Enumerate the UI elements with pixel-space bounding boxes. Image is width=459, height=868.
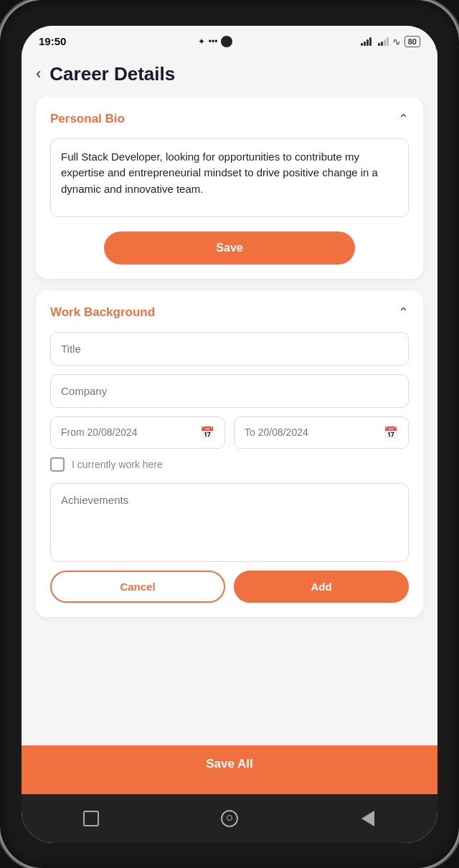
company-input[interactable]: [50, 374, 409, 408]
phone-screen: 19:50 ✦ ••• ∿: [22, 26, 437, 843]
page-header: ‹ Career Details: [22, 57, 437, 97]
work-background-title: Work Background: [50, 305, 155, 320]
nav-back-button[interactable]: [355, 806, 381, 831]
achievements-textarea[interactable]: [50, 483, 409, 562]
home-icon-inner: [227, 815, 232, 821]
currently-work-checkbox[interactable]: [50, 457, 65, 472]
home-icon: [221, 810, 238, 827]
back-button[interactable]: ‹: [36, 66, 41, 82]
work-action-buttons: Cancel Add: [50, 571, 409, 603]
work-background-card: Work Background ⌃ From 20/08/2024 📅 To 2…: [36, 290, 423, 617]
camera-notch: [221, 36, 232, 47]
signal-icon: [361, 37, 372, 46]
bio-textarea[interactable]: Full Stack Developer, looking for opport…: [50, 138, 409, 217]
currently-work-row: I currently work here: [50, 457, 409, 472]
wifi-icon: ∿: [392, 36, 401, 47]
status-center-icons: ✦ •••: [194, 36, 233, 47]
chevron-up-icon-2[interactable]: ⌃: [398, 305, 409, 320]
battery-icon: 80: [404, 36, 420, 47]
compass-icon: ✦: [198, 37, 205, 47]
main-content: Personal Bio ⌃ Full Stack Developer, loo…: [22, 97, 437, 745]
title-input[interactable]: [50, 332, 409, 366]
nav-bar: [22, 794, 437, 843]
personal-bio-header: Personal Bio ⌃: [50, 111, 409, 127]
currently-work-label: I currently work here: [72, 459, 163, 470]
personal-bio-title: Personal Bio: [50, 112, 125, 126]
save-all-button[interactable]: Save All: [36, 745, 423, 783]
from-date-label: From 20/08/2024: [61, 426, 138, 438]
dots-icon: •••: [209, 37, 218, 47]
to-date-field[interactable]: To 20/08/2024 📅: [234, 416, 409, 449]
calendar-icon-from: 📅: [200, 426, 214, 439]
status-bar: 19:50 ✦ ••• ∿: [22, 26, 437, 57]
signal-icon-2: [378, 37, 389, 46]
work-background-header: Work Background ⌃: [50, 305, 409, 320]
phone-frame: 19:50 ✦ ••• ∿: [0, 0, 459, 868]
cancel-work-button[interactable]: Cancel: [50, 571, 225, 603]
status-right: ∿ 80: [361, 36, 420, 47]
personal-bio-card: Personal Bio ⌃ Full Stack Developer, loo…: [36, 97, 423, 279]
nav-square-button[interactable]: [78, 806, 104, 831]
date-row: From 20/08/2024 📅 To 20/08/2024 📅: [50, 416, 409, 449]
add-work-button[interactable]: Add: [234, 571, 409, 603]
nav-home-button[interactable]: [217, 806, 242, 831]
status-time: 19:50: [39, 35, 66, 47]
calendar-icon-to: 📅: [384, 426, 398, 439]
save-all-bar: Save All: [22, 745, 437, 794]
from-date-field[interactable]: From 20/08/2024 📅: [50, 416, 225, 449]
chevron-up-icon[interactable]: ⌃: [398, 111, 409, 127]
page-title: Career Details: [49, 63, 175, 85]
to-date-label: To 20/08/2024: [245, 426, 308, 438]
save-bio-button[interactable]: Save: [104, 232, 355, 264]
square-icon: [83, 811, 99, 826]
back-triangle-icon: [361, 811, 374, 826]
